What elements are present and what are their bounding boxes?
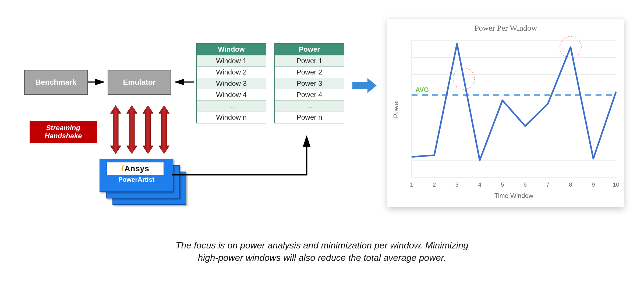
window-table-header: Window — [197, 43, 266, 55]
x-tick: 4 — [478, 181, 481, 188]
x-tick: 5 — [501, 181, 504, 188]
handshake-arrows — [108, 105, 178, 156]
benchmark-label: Benchmark — [36, 78, 77, 87]
x-tick: 9 — [592, 181, 595, 188]
table-row: … — [275, 101, 344, 112]
streaming-handshake-label: Streaming Handshake — [30, 121, 97, 143]
ansys-text: Ansys — [124, 164, 149, 173]
x-tick: 2 — [433, 181, 436, 188]
emulator-block: Emulator — [108, 70, 171, 95]
table-row: Power 4 — [275, 89, 344, 101]
y-axis-label: Power — [392, 100, 399, 118]
table-row: Power n — [275, 112, 344, 123]
table-row: Power 2 — [275, 67, 344, 78]
x-tick: 1 — [410, 181, 413, 188]
window-table: Window Window 1Window 2Window 3Window 4…… — [196, 43, 266, 123]
arrow-powerartist-power — [172, 132, 323, 186]
emulator-label: Emulator — [123, 78, 155, 87]
power-per-window-chart: Power Per WindowAVG12345678910Time Windo… — [387, 19, 624, 207]
table-row: Window 2 — [197, 67, 266, 78]
x-tick: 10 — [613, 181, 619, 188]
benchmark-block: Benchmark — [24, 70, 88, 95]
ansys-logo: /Ansys — [107, 162, 164, 175]
streaming-handshake-text: Streaming Handshake — [45, 124, 82, 140]
x-tick: 3 — [455, 181, 459, 188]
power-table-header: Power — [275, 43, 344, 55]
x-tick: 6 — [523, 181, 527, 188]
table-row: Window 1 — [197, 55, 266, 67]
x-tick: 8 — [569, 181, 572, 188]
power-table: Power Power 1Power 2Power 3Power 4…Power… — [274, 43, 344, 123]
powerartist-label: PowerArtist — [100, 176, 173, 183]
caption-line2: high-power windows will also reduce the … — [0, 252, 644, 264]
x-tick: 7 — [546, 181, 550, 188]
ansys-slash-icon: / — [121, 164, 124, 173]
arrow-windows-emulator — [171, 78, 195, 86]
table-row: … — [197, 101, 266, 112]
power-series — [412, 44, 616, 161]
table-row: Window n — [197, 112, 266, 123]
table-row: Power 3 — [275, 78, 344, 89]
chart-title: Power Per Window — [474, 23, 537, 32]
caption: The focus is on power analysis and minim… — [0, 239, 644, 264]
table-row: Power 1 — [275, 55, 344, 67]
table-row: Window 3 — [197, 78, 266, 89]
avg-label: AVG — [415, 86, 429, 93]
x-axis-label: Time Window — [494, 192, 533, 199]
arrow-benchmark-emulator — [88, 78, 108, 86]
caption-line1: The focus is on power analysis and minim… — [0, 239, 644, 252]
table-row: Window 4 — [197, 89, 266, 101]
chart-svg: Power Per WindowAVG12345678910Time Windo… — [387, 19, 624, 207]
